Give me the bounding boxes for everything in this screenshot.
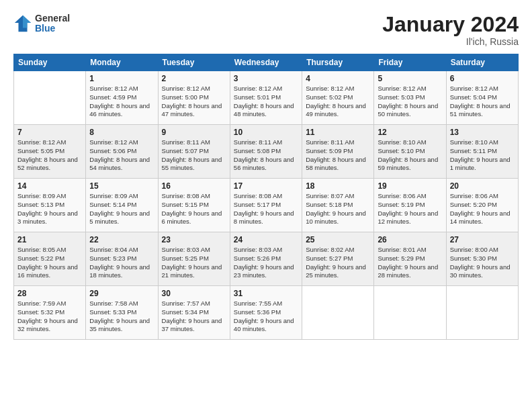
calendar-body: 1 Sunrise: 8:12 AMSunset: 4:59 PMDayligh… <box>14 71 519 340</box>
calendar-cell: 6 Sunrise: 8:12 AMSunset: 5:04 PMDayligh… <box>446 71 518 125</box>
day-number: 28 <box>17 289 82 298</box>
calendar-header: Sunday Monday Tuesday Wednesday Thursday… <box>14 54 519 71</box>
day-info: Sunrise: 8:09 AMSunset: 5:14 PMDaylight:… <box>89 192 150 225</box>
day-info: Sunrise: 7:57 AMSunset: 5:34 PMDaylight:… <box>162 300 222 332</box>
day-number: 31 <box>234 289 298 298</box>
day-info: Sunrise: 8:03 AMSunset: 5:25 PMDaylight:… <box>162 246 222 279</box>
day-number: 4 <box>306 74 370 83</box>
calendar-cell: 16 Sunrise: 8:08 AMSunset: 5:15 PMDaylig… <box>158 179 230 232</box>
header: General Blue January 2024 Il'ich, Russia <box>13 13 519 47</box>
calendar-cell: 31 Sunrise: 7:55 AMSunset: 5:36 PMDaylig… <box>230 286 302 340</box>
day-info: Sunrise: 8:10 AMSunset: 5:11 PMDaylight:… <box>450 138 511 171</box>
calendar-cell: 30 Sunrise: 7:57 AMSunset: 5:34 PMDaylig… <box>158 286 230 340</box>
day-number: 20 <box>450 181 515 191</box>
day-info: Sunrise: 8:00 AMSunset: 5:30 PMDaylight:… <box>450 246 511 279</box>
day-number: 15 <box>89 181 154 191</box>
weekday-saturday: Saturday <box>446 54 518 71</box>
day-info: Sunrise: 8:06 AMSunset: 5:20 PMDaylight:… <box>450 192 511 225</box>
calendar-cell <box>374 286 446 340</box>
day-info: Sunrise: 8:12 AMSunset: 5:02 PMDaylight:… <box>306 85 366 118</box>
calendar-week-row: 21 Sunrise: 8:05 AMSunset: 5:22 PMDaylig… <box>14 232 519 286</box>
svg-marker-1 <box>23 15 31 28</box>
day-number: 18 <box>306 181 370 191</box>
calendar-cell <box>302 286 374 340</box>
day-number: 16 <box>162 181 226 191</box>
day-info: Sunrise: 8:04 AMSunset: 5:23 PMDaylight:… <box>89 246 150 279</box>
day-info: Sunrise: 7:55 AMSunset: 5:36 PMDaylight:… <box>234 300 294 332</box>
day-info: Sunrise: 8:12 AMSunset: 5:03 PMDaylight:… <box>378 85 438 118</box>
day-info: Sunrise: 7:58 AMSunset: 5:33 PMDaylight:… <box>89 300 150 332</box>
day-info: Sunrise: 8:11 AMSunset: 5:09 PMDaylight:… <box>306 138 366 171</box>
day-number: 30 <box>162 289 226 298</box>
day-info: Sunrise: 8:01 AMSunset: 5:29 PMDaylight:… <box>378 246 438 279</box>
day-info: Sunrise: 8:02 AMSunset: 5:27 PMDaylight:… <box>306 246 366 279</box>
day-info: Sunrise: 8:12 AMSunset: 4:59 PMDaylight:… <box>89 85 150 118</box>
day-number: 10 <box>234 128 298 137</box>
calendar-cell: 15 Sunrise: 8:09 AMSunset: 5:14 PMDaylig… <box>86 179 158 232</box>
day-number: 27 <box>450 235 515 244</box>
calendar-cell: 9 Sunrise: 8:11 AMSunset: 5:07 PMDayligh… <box>158 125 230 179</box>
calendar-cell: 12 Sunrise: 8:10 AMSunset: 5:10 PMDaylig… <box>374 125 446 179</box>
day-info: Sunrise: 8:10 AMSunset: 5:10 PMDaylight:… <box>378 138 438 171</box>
calendar-table: Sunday Monday Tuesday Wednesday Thursday… <box>13 54 519 340</box>
calendar-cell: 21 Sunrise: 8:05 AMSunset: 5:22 PMDaylig… <box>14 232 86 286</box>
day-info: Sunrise: 8:12 AMSunset: 5:00 PMDaylight:… <box>162 85 222 118</box>
day-info: Sunrise: 8:12 AMSunset: 5:06 PMDaylight:… <box>89 138 150 171</box>
weekday-thursday: Thursday <box>302 54 374 71</box>
day-number: 19 <box>378 181 442 191</box>
day-info: Sunrise: 8:06 AMSunset: 5:19 PMDaylight:… <box>378 192 438 225</box>
calendar-cell: 7 Sunrise: 8:12 AMSunset: 5:05 PMDayligh… <box>14 125 86 179</box>
page: General Blue January 2024 Il'ich, Russia… <box>0 0 532 411</box>
logo-text: General Blue <box>35 13 70 34</box>
calendar-cell: 14 Sunrise: 8:09 AMSunset: 5:13 PMDaylig… <box>14 179 86 232</box>
calendar-cell: 13 Sunrise: 8:10 AMSunset: 5:11 PMDaylig… <box>446 125 518 179</box>
day-number: 14 <box>17 181 82 191</box>
day-number: 8 <box>89 128 154 137</box>
day-number: 9 <box>162 128 226 137</box>
day-number: 22 <box>89 235 154 244</box>
day-info: Sunrise: 8:08 AMSunset: 5:17 PMDaylight:… <box>234 192 294 225</box>
weekday-monday: Monday <box>86 54 158 71</box>
weekday-wednesday: Wednesday <box>230 54 302 71</box>
calendar-cell: 25 Sunrise: 8:02 AMSunset: 5:27 PMDaylig… <box>302 232 374 286</box>
calendar-cell: 23 Sunrise: 8:03 AMSunset: 5:25 PMDaylig… <box>158 232 230 286</box>
day-number: 12 <box>378 128 442 137</box>
calendar-week-row: 7 Sunrise: 8:12 AMSunset: 5:05 PMDayligh… <box>14 125 519 179</box>
calendar-cell: 29 Sunrise: 7:58 AMSunset: 5:33 PMDaylig… <box>86 286 158 340</box>
day-number: 21 <box>17 235 82 244</box>
calendar-cell: 24 Sunrise: 8:03 AMSunset: 5:26 PMDaylig… <box>230 232 302 286</box>
day-number: 2 <box>162 74 226 83</box>
day-number: 23 <box>162 235 226 244</box>
day-info: Sunrise: 8:12 AMSunset: 5:05 PMDaylight:… <box>17 138 78 171</box>
calendar-cell: 5 Sunrise: 8:12 AMSunset: 5:03 PMDayligh… <box>374 71 446 125</box>
calendar-week-row: 1 Sunrise: 8:12 AMSunset: 4:59 PMDayligh… <box>14 71 519 125</box>
calendar-cell: 10 Sunrise: 8:11 AMSunset: 5:08 PMDaylig… <box>230 125 302 179</box>
calendar-cell: 1 Sunrise: 8:12 AMSunset: 4:59 PMDayligh… <box>86 71 158 125</box>
title-block: January 2024 Il'ich, Russia <box>382 13 519 47</box>
day-number: 1 <box>89 74 154 83</box>
calendar-cell: 8 Sunrise: 8:12 AMSunset: 5:06 PMDayligh… <box>86 125 158 179</box>
day-number: 11 <box>306 128 370 137</box>
weekday-row: Sunday Monday Tuesday Wednesday Thursday… <box>14 54 519 71</box>
day-number: 26 <box>378 235 442 244</box>
calendar-cell: 18 Sunrise: 8:07 AMSunset: 5:18 PMDaylig… <box>302 179 374 232</box>
day-number: 7 <box>17 128 82 137</box>
calendar-subtitle: Il'ich, Russia <box>382 36 519 47</box>
calendar-cell: 20 Sunrise: 8:06 AMSunset: 5:20 PMDaylig… <box>446 179 518 232</box>
day-info: Sunrise: 8:05 AMSunset: 5:22 PMDaylight:… <box>17 246 78 279</box>
day-info: Sunrise: 8:11 AMSunset: 5:08 PMDaylight:… <box>234 138 294 171</box>
day-info: Sunrise: 8:11 AMSunset: 5:07 PMDaylight:… <box>162 138 222 171</box>
day-info: Sunrise: 7:59 AMSunset: 5:32 PMDaylight:… <box>17 300 78 332</box>
day-number: 5 <box>378 74 442 83</box>
calendar-cell: 26 Sunrise: 8:01 AMSunset: 5:29 PMDaylig… <box>374 232 446 286</box>
day-info: Sunrise: 8:03 AMSunset: 5:26 PMDaylight:… <box>234 246 294 279</box>
calendar-cell: 4 Sunrise: 8:12 AMSunset: 5:02 PMDayligh… <box>302 71 374 125</box>
day-number: 24 <box>234 235 298 244</box>
logo-blue-text: Blue <box>35 24 70 34</box>
calendar-cell: 22 Sunrise: 8:04 AMSunset: 5:23 PMDaylig… <box>86 232 158 286</box>
logo-icon <box>13 14 32 33</box>
day-info: Sunrise: 8:08 AMSunset: 5:15 PMDaylight:… <box>162 192 222 225</box>
calendar-cell <box>446 286 518 340</box>
calendar-cell: 2 Sunrise: 8:12 AMSunset: 5:00 PMDayligh… <box>158 71 230 125</box>
calendar-cell: 17 Sunrise: 8:08 AMSunset: 5:17 PMDaylig… <box>230 179 302 232</box>
